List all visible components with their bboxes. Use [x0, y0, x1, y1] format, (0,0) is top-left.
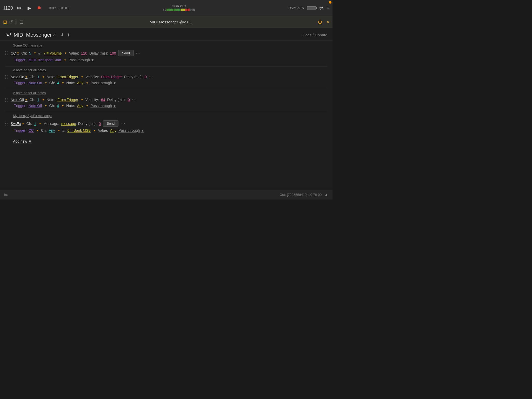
more-button-noteon[interactable]: ···	[149, 75, 154, 79]
trig-ch-value-sysex[interactable]: Any	[49, 128, 55, 132]
loop-icon[interactable]: ⇄	[319, 5, 323, 11]
vel-label-noteon: Velocity:	[85, 75, 99, 79]
trigger-label-noteon: Trigger:	[14, 81, 26, 85]
trig-note-dropdown-noteon[interactable]: ▼	[86, 82, 89, 84]
note-value-noteon[interactable]: From Trigger	[57, 75, 78, 79]
ch-value-noteoff[interactable]: 1	[37, 98, 39, 102]
ch-dropdown-noteon[interactable]: ▼	[42, 76, 45, 78]
download-icon[interactable]: ⬇	[61, 32, 64, 37]
trigger-label-sysex: Trigger:	[14, 128, 26, 132]
top-bar-right: DSP: 29 % ⇄ ≡	[289, 5, 329, 11]
trigger-value-cc[interactable]: MIDI Transport Start	[29, 58, 61, 62]
docs-donate-link[interactable]: Docs / Donate	[303, 33, 327, 37]
trig-ch-dropdown-sysex[interactable]: ▼	[58, 129, 60, 132]
hash-dropdown-cc[interactable]: ▼	[64, 52, 67, 55]
trig-hash-dropdown-sysex[interactable]: ▼	[93, 129, 96, 132]
trigger-row-noteon: Trigger: Note On ▼ Ch: 4 ▼ Note: Any ▼ P…	[5, 80, 327, 87]
trigger-dropdown-sysex[interactable]: ▼	[36, 129, 39, 132]
note-value-noteoff[interactable]: From Trigger	[57, 98, 78, 102]
message-label-noteon: A note-on for all notes	[5, 68, 327, 72]
trig-ch-label-sysex: Ch:	[41, 128, 47, 132]
trig-ch-value-noteon[interactable]: 4	[57, 81, 59, 85]
send-button-sysex[interactable]: Send	[103, 120, 118, 127]
loop-plugin-icon[interactable]: ↺	[9, 19, 13, 25]
trigger-dropdown-noteon[interactable]: ▼	[45, 82, 47, 84]
delay-value-cc[interactable]: 100	[110, 51, 116, 55]
trig-hash-value-sysex[interactable]: 0 = Bank MSB	[67, 128, 91, 132]
type-dropdown-arrow-cc: ▼	[17, 52, 19, 55]
hash-value-cc[interactable]: 7 = Volume	[43, 51, 62, 55]
power-button[interactable]: ⏻	[318, 20, 322, 24]
delay-value-sysex[interactable]: 0	[99, 122, 101, 126]
type-dropdown-cc[interactable]: CC ▼	[11, 51, 19, 55]
waveform-logo: ∿/	[5, 32, 11, 38]
drag-handle-noteoff[interactable]	[5, 98, 8, 102]
val-value-cc[interactable]: 120	[81, 51, 87, 55]
trigger-value-noteoff[interactable]: Note Off	[29, 104, 42, 108]
delay-label-cc: Delay (ms):	[89, 51, 108, 55]
drag-handle-noteon[interactable]	[5, 75, 8, 79]
more-button-cc[interactable]: ···	[136, 51, 141, 56]
trig-note-value-noteoff[interactable]: Any	[77, 104, 83, 108]
pass-through-noteon[interactable]: Pass through ▼	[91, 81, 116, 85]
type-dropdown-arrow-noteon: ▼	[25, 76, 28, 78]
trigger-dropdown-noteoff[interactable]: ▼	[45, 104, 47, 107]
msg-value-sysex[interactable]: message	[61, 122, 76, 126]
menu-icon[interactable]: ≡	[326, 5, 329, 11]
play-button[interactable]: ▶	[26, 4, 33, 12]
type-dropdown-noteoff[interactable]: Note Off ▼	[11, 98, 28, 102]
delay-value-noteoff[interactable]: 0	[128, 98, 130, 102]
trig-ch-dropdown-noteoff[interactable]: ▼	[62, 104, 64, 107]
type-dropdown-noteon[interactable]: Note On ▼	[11, 75, 28, 79]
ch-value-noteon[interactable]: 1	[37, 75, 39, 79]
type-dropdown-sysex[interactable]: SysEx ▼	[11, 122, 24, 126]
plugin-version: v2	[53, 33, 56, 37]
trig-note-dropdown-noteoff[interactable]: ▼	[86, 104, 89, 107]
close-button[interactable]: ×	[326, 19, 329, 25]
plugin-header: ∿/ MIDI Messenger v2 ⬇ ⬆ Docs / Donate	[0, 28, 332, 41]
midi-icon[interactable]: ⫿	[15, 19, 17, 25]
more-button-sysex[interactable]: ···	[121, 121, 125, 126]
send-button-cc[interactable]: Send	[118, 50, 134, 56]
drag-handle-sysex[interactable]	[5, 122, 8, 125]
pass-through-noteoff[interactable]: Pass through ▼	[91, 104, 116, 108]
ch-dropdown-cc[interactable]: ▼	[34, 52, 36, 55]
note-dropdown-noteoff[interactable]: ▼	[81, 98, 83, 101]
back-button[interactable]: ⏮	[16, 4, 23, 12]
drag-handle-cc[interactable]	[5, 51, 8, 55]
ch-dropdown-sysex[interactable]: ▼	[39, 122, 41, 125]
ch-value-sysex[interactable]: 1	[34, 122, 36, 126]
folder-icon[interactable]: ⊟	[19, 19, 23, 25]
message-label-cc: Some CC message	[5, 43, 327, 47]
trig-val-value-sysex[interactable]: Any	[110, 128, 116, 132]
trigger-dropdown-cc[interactable]: ▼	[64, 59, 66, 62]
pass-through-sysex[interactable]: Pass through ▼	[118, 128, 144, 132]
trigger-value-sysex[interactable]: CC	[29, 128, 34, 132]
status-out-label: Out: [7295558410] b0 78 00	[280, 193, 322, 197]
ch-dropdown-noteoff[interactable]: ▼	[42, 98, 44, 101]
message-block-noteoff: A note-off for all notes Note Off ▼ Ch: …	[5, 91, 327, 110]
more-button-noteoff[interactable]: ···	[132, 97, 137, 102]
trigger-value-noteon[interactable]: Note On	[29, 81, 42, 85]
status-arrow[interactable]: ▲	[324, 192, 328, 197]
trigger-row-noteoff: Trigger: Note Off ▼ Ch: 4 ▼ Note: Any ▼ …	[5, 103, 327, 110]
meter-bar: -60 0 dB	[162, 8, 196, 11]
add-new-button[interactable]: Add new ▼	[5, 137, 327, 144]
trig-note-value-noteon[interactable]: Any	[77, 81, 83, 85]
note-dropdown-noteon[interactable]: ▼	[81, 76, 83, 78]
delay-label-sysex: Delay (ms):	[78, 122, 97, 126]
message-block-noteon: A note-on for all notes Note On ▼ Ch: 1 …	[5, 68, 327, 87]
delay-value-noteon[interactable]: 0	[145, 75, 147, 79]
upload-icon[interactable]: ⬆	[67, 32, 70, 37]
trig-note-label-noteoff: Note:	[66, 104, 75, 108]
vel-value-noteoff[interactable]: 64	[101, 98, 105, 102]
piano-icon[interactable]: ⊞	[3, 19, 7, 25]
trig-ch-value-noteoff[interactable]: 4	[57, 104, 59, 108]
pass-through-cc[interactable]: Pass through ▼	[69, 58, 94, 62]
vel-value-noteon[interactable]: From Trigger	[101, 75, 122, 79]
main-content: Some CC message CC ▼ Ch: 5 ▼ #: 7 = Volu…	[0, 41, 332, 188]
ch-value-cc[interactable]: 5	[29, 51, 31, 55]
battery-indicator	[307, 6, 316, 10]
record-button[interactable]: ⏺	[35, 4, 43, 12]
trig-ch-dropdown-noteon[interactable]: ▼	[62, 82, 64, 84]
